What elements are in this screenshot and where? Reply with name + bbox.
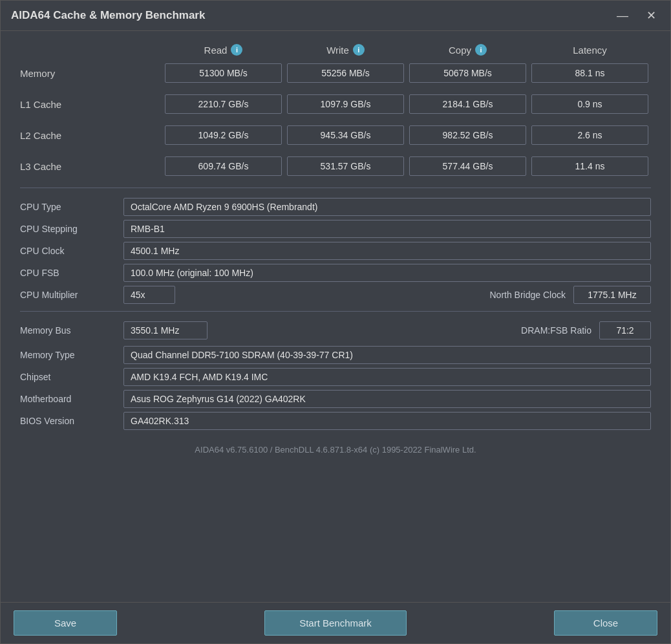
bench-row-0: Memory 51300 MB/s 55256 MB/s 50678 MB/s … [20,63,651,83]
nb-clock-value: 1775.1 MHz [573,286,651,304]
bench-write-1: 1097.9 GB/s [287,94,404,114]
bench-row-3: L3 Cache 609.74 GB/s 531.57 GB/s 577.44 … [20,156,651,176]
bios-row: BIOS Version GA402RK.313 [20,411,651,431]
cpu-fsb-value: 100.0 MHz (original: 100 MHz) [123,264,651,282]
bench-rows: Memory 51300 MB/s 55256 MB/s 50678 MB/s … [20,63,651,176]
cpu-multiplier-row: CPU Multiplier 45x North Bridge Clock 17… [20,285,651,305]
mem-type-value: Quad Channel DDR5-7100 SDRAM (40-39-39-7… [123,346,651,364]
bench-read-1: 2210.7 GB/s [165,94,282,114]
close-button[interactable]: Close [554,610,657,636]
chipset-row: Chipset AMD K19.4 FCH, AMD K19.4 IMC [20,367,651,387]
cpu-type-row: CPU Type OctalCore AMD Ryzen 9 6900HS (R… [20,197,651,217]
bios-value: GA402RK.313 [123,412,651,430]
chipset-value: AMD K19.4 FCH, AMD K19.4 IMC [123,368,651,386]
bench-row-2: L2 Cache 1049.2 GB/s 945.34 GB/s 982.52 … [20,125,651,145]
mem-type-label: Memory Type [20,350,123,360]
bench-copy-2: 982.52 GB/s [409,125,526,145]
write-info-icon[interactable]: i [353,44,365,56]
bench-latency-1: 0.9 ns [531,94,648,114]
col-header-write: Write i [284,44,407,56]
bench-row-label-3: L3 Cache [20,161,162,172]
cpu-fsb-label: CPU FSB [20,268,123,278]
mem-bus-value: 3550.1 MHz [123,321,208,339]
bench-row-label-0: Memory [20,68,162,79]
memory-type-row: Memory Type Quad Channel DDR5-7100 SDRAM… [20,345,651,365]
bench-copy-0: 50678 MB/s [409,63,526,83]
dram-ratio-value: 71:2 [599,321,651,339]
bench-row-label-2: L2 Cache [20,130,162,141]
bench-latency-3: 11.4 ns [531,156,648,176]
bios-label: BIOS Version [20,416,123,426]
content-area: Read i Write i Copy i Latency Memory 513… [1,31,670,602]
copy-info-icon[interactable]: i [475,44,487,56]
bench-latency-2: 2.6 ns [531,125,648,145]
col-header-latency: Latency [529,45,651,56]
chipset-label: Chipset [20,372,123,382]
bench-header-row: Read i Write i Copy i Latency [20,44,651,56]
mem-bus-label: Memory Bus [20,325,123,336]
bench-write-0: 55256 MB/s [287,63,404,83]
title-controls: — ✕ [613,8,660,23]
window-title: AIDA64 Cache & Memory Benchmark [11,9,205,22]
bench-copy-3: 577.44 GB/s [409,156,526,176]
bench-read-0: 51300 MB/s [165,63,282,83]
cpu-stepping-value: RMB-B1 [123,220,651,238]
motherboard-row: Motherboard Asus ROG Zephyrus G14 (2022)… [20,389,651,409]
minimize-button[interactable]: — [613,8,632,23]
motherboard-label: Motherboard [20,394,123,404]
main-window: AIDA64 Cache & Memory Benchmark — ✕ Read… [0,0,671,644]
multiplier-nb-split: 45x North Bridge Clock 1775.1 MHz [123,286,651,304]
cpu-clock-row: CPU Clock 4500.1 MHz [20,241,651,261]
cpu-fsb-row: CPU FSB 100.0 MHz (original: 100 MHz) [20,263,651,283]
memory-bus-row: Memory Bus 3550.1 MHz DRAM:FSB Ratio 71:… [20,321,651,340]
col-header-read: Read i [162,44,284,56]
cpu-type-label: CPU Type [20,202,123,212]
dram-ratio-label: DRAM:FSB Ratio [521,325,599,336]
cpu-multiplier-label: CPU Multiplier [20,290,123,300]
bench-write-3: 531.57 GB/s [287,156,404,176]
bench-write-2: 945.34 GB/s [287,125,404,145]
cpu-clock-label: CPU Clock [20,246,123,256]
start-benchmark-button[interactable]: Start Benchmark [264,610,407,636]
bench-row-label-1: L1 Cache [20,99,162,110]
cpu-stepping-row: CPU Stepping RMB-B1 [20,219,651,239]
divider-1 [20,188,651,188]
title-bar: AIDA64 Cache & Memory Benchmark — ✕ [1,1,670,31]
divider-2 [20,311,651,312]
bench-read-2: 1049.2 GB/s [165,125,282,145]
bench-copy-1: 2184.1 GB/s [409,94,526,114]
nb-clock-label: North Bridge Clock [490,290,574,300]
bench-read-3: 609.74 GB/s [165,156,282,176]
read-info-icon[interactable]: i [231,44,242,56]
bench-latency-0: 88.1 ns [531,63,648,83]
bottom-bar: Save Start Benchmark Close [1,602,670,643]
cpu-stepping-label: CPU Stepping [20,224,123,234]
cpu-type-value: OctalCore AMD Ryzen 9 6900HS (Rembrandt) [123,198,651,216]
cpu-info-section: CPU Type OctalCore AMD Ryzen 9 6900HS (R… [20,197,651,305]
memory-info-section: Memory Bus 3550.1 MHz DRAM:FSB Ratio 71:… [20,321,651,431]
motherboard-value: Asus ROG Zephyrus G14 (2022) GA402RK [123,390,651,408]
close-window-button[interactable]: ✕ [643,8,660,23]
bench-row-1: L1 Cache 2210.7 GB/s 1097.9 GB/s 2184.1 … [20,94,651,114]
col-header-copy: Copy i [407,44,529,56]
cpu-multiplier-value: 45x [123,286,175,304]
save-button[interactable]: Save [14,610,117,636]
cpu-clock-value: 4500.1 MHz [123,242,651,260]
footer-note: AIDA64 v6.75.6100 / BenchDLL 4.6.871.8-x… [20,440,651,460]
